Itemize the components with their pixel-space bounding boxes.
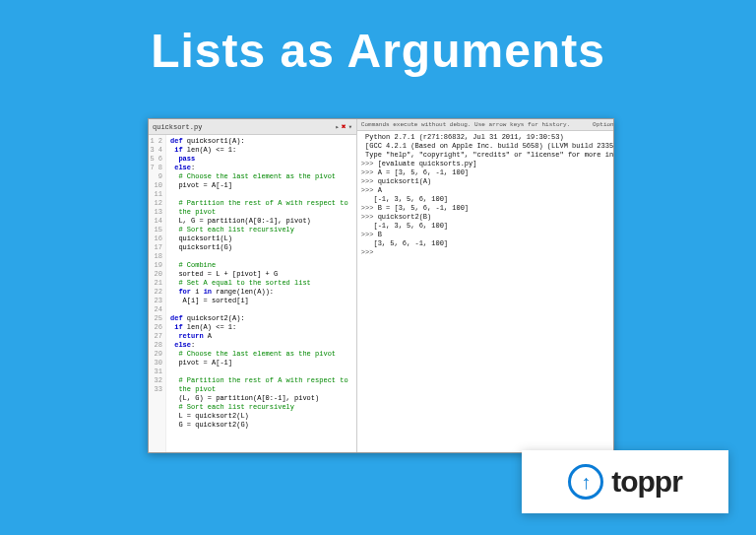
editor-tab[interactable]: quicksort.py [153,123,202,131]
line-gutter: 1 2 3 4 5 6 7 8 9 10 11 12 13 14 15 16 1… [149,135,166,452]
shell-options-link[interactable]: Options [593,121,613,128]
stop-icon[interactable]: ✖ [342,122,346,131]
ide-body: quicksort.py ▸ ✖ ▾ 1 2 3 4 5 6 7 8 9 10 … [149,119,613,452]
editor-toolbar: ▸ ✖ ▾ [336,122,352,131]
logo-arrow-icon: ↑ [568,464,603,500]
run-icon[interactable]: ▸ [336,123,340,131]
ide-window: quicksort.py ▸ ✖ ▾ 1 2 3 4 5 6 7 8 9 10 … [148,118,614,453]
code-area[interactable]: 1 2 3 4 5 6 7 8 9 10 11 12 13 14 15 16 1… [149,135,356,452]
shell-header: Commands execute without debug. Use arro… [357,119,613,131]
editor-tabbar: quicksort.py ▸ ✖ ▾ [149,119,356,135]
page-heading: Lists as Arguments [0,0,756,78]
shell-output[interactable]: Python 2.7.1 (r271:86832, Jul 31 2011, 1… [357,131,613,452]
menu-icon[interactable]: ▾ [348,123,352,131]
logo-card: ↑ toppr [522,450,728,513]
shell-header-text: Commands execute without debug. Use arro… [361,121,570,128]
code-content[interactable]: def quicksort1(A): if len(A) <= 1: pass … [166,135,356,452]
editor-pane: quicksort.py ▸ ✖ ▾ 1 2 3 4 5 6 7 8 9 10 … [149,119,357,452]
logo-brand-text: toppr [611,465,682,499]
shell-pane: Commands execute without debug. Use arro… [357,119,613,452]
